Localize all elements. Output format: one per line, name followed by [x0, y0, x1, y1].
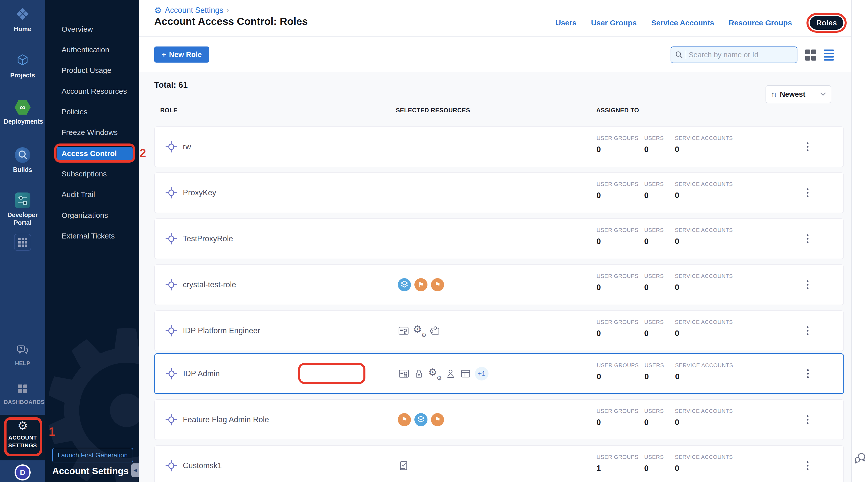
support-chat-icon[interactable]	[853, 451, 867, 465]
sidebar-item-home[interactable]: Home	[0, 6, 45, 33]
annotation-step-2: 2	[140, 146, 146, 160]
gears-icon: ⚙⚙	[413, 325, 426, 337]
service-accounts-count: 0	[675, 464, 679, 473]
table-row[interactable]: TestProxyRole USER GROUPS0 USERS0 SERVIC…	[154, 218, 844, 259]
list-view-toggle[interactable]	[824, 50, 835, 61]
sidebar-item-external-tickets[interactable]: External Tickets	[62, 229, 115, 243]
role-crosshair-icon	[165, 325, 177, 337]
user-groups-count: 0	[596, 145, 601, 154]
sidebar-item-subscriptions[interactable]: Subscriptions	[62, 167, 107, 181]
harness-logo-icon	[15, 6, 30, 22]
role-name: Customsk1	[183, 461, 222, 470]
roles-list-area: Total: 61 ↑↓ Newest ROLE SELECTED RESOUR…	[139, 72, 868, 482]
sidebar-item-dashboards[interactable]: DASHBOARDS	[0, 384, 45, 406]
table-row-selected[interactable]: IDP Admin ⚙⚙+1 USER GROUPS0 USERS0 SERVI…	[154, 353, 844, 394]
users-count: 0	[644, 283, 649, 292]
sidebar-item-account-settings[interactable]: ⚙ ACCOUNT SETTINGS	[0, 415, 45, 460]
user-groups-count: 0	[596, 329, 601, 338]
sidebar-item-freeze-windows[interactable]: Freeze Windows	[62, 125, 118, 140]
breadcrumb-account-settings-link[interactable]: Account Settings	[165, 6, 223, 15]
users-count: 0	[644, 191, 649, 200]
user-groups-count: 0	[596, 191, 601, 200]
table-row[interactable]: crystal-test-role ⚑⚑ USER GROUPS0 USERS0…	[154, 264, 844, 305]
grid-view-toggle[interactable]	[805, 50, 816, 61]
help-chat-icon: ?	[17, 345, 29, 356]
sidebar-item-overview[interactable]: Overview	[62, 22, 93, 36]
service-accounts-count: 0	[675, 418, 679, 427]
role-crosshair-icon	[165, 187, 177, 199]
rail-label-home: Home	[4, 25, 41, 33]
kebab-menu-icon[interactable]	[804, 232, 811, 246]
developer-portal-icon	[15, 192, 30, 208]
user-avatar[interactable]: D	[14, 464, 31, 481]
kebab-menu-icon[interactable]	[804, 459, 811, 473]
service-accounts-count: 0	[675, 191, 679, 200]
user-groups-count: 1	[596, 464, 601, 473]
certificate-icon	[398, 325, 409, 336]
annotation-ring-roles: Roles	[806, 13, 847, 33]
sort-dropdown[interactable]: ↑↓ Newest	[766, 85, 831, 103]
account-settings-gear-icon: ⚙	[154, 6, 162, 15]
sort-arrows-icon: ↑↓	[771, 90, 776, 98]
module-selector-button[interactable]	[0, 234, 45, 251]
flag-icon: ⚑	[431, 278, 444, 291]
kebab-menu-icon[interactable]	[804, 140, 811, 154]
table-row[interactable]: Customsk1 USER GROUPS1 USERS0 SERVICE AC…	[154, 445, 844, 482]
service-accounts-count: 0	[675, 283, 679, 292]
table-row[interactable]: ProxyKey USER GROUPS0 USERS0 SERVICE ACC…	[154, 172, 844, 213]
sidebar-item-access-control-active[interactable]: Access Control	[57, 147, 133, 160]
deployments-infinity-icon: ∞	[14, 100, 31, 115]
kebab-menu-icon[interactable]	[804, 367, 811, 381]
sidebar-item-help[interactable]: ? HELP	[0, 345, 45, 367]
sidebar-item-product-usage[interactable]: Product Usage	[62, 63, 111, 78]
sidebar-item-audit-trail[interactable]: Audit Trail	[62, 187, 95, 202]
sidebar-item-builds[interactable]: Builds	[0, 147, 45, 174]
flag-icon: ⚑	[431, 413, 444, 426]
role-crosshair-icon	[165, 460, 177, 472]
tab-roles-active[interactable]: Roles	[810, 16, 843, 30]
tab-service-accounts[interactable]: Service Accounts	[651, 19, 714, 27]
cube-icon	[16, 53, 30, 68]
search-input[interactable]	[689, 51, 793, 59]
column-header-resources: SELECTED RESOURCES	[396, 107, 470, 114]
sidebar-item-developer-portal[interactable]: Developer Portal	[0, 192, 45, 227]
rail-label-dashboards: DASHBOARDS	[4, 398, 41, 406]
users-count: 0	[644, 464, 649, 473]
builds-icon	[15, 147, 30, 163]
new-role-button[interactable]: + New Role	[154, 47, 209, 63]
tab-resource-groups[interactable]: Resource Groups	[729, 19, 792, 27]
sidebar-item-deployments[interactable]: ∞ Deployments	[0, 100, 45, 125]
page-title: Account Access Control: Roles	[154, 16, 308, 27]
role-crosshair-icon	[165, 414, 177, 426]
service-accounts-count: 0	[675, 237, 679, 246]
roles-toolbar: + New Role	[139, 37, 868, 72]
service-accounts-count: 0	[675, 329, 679, 338]
sidebar-item-policies[interactable]: Policies	[62, 105, 87, 119]
right-gutter	[851, 0, 868, 482]
kebab-menu-icon[interactable]	[804, 324, 811, 338]
kebab-menu-icon[interactable]	[804, 278, 811, 292]
tab-user-groups[interactable]: User Groups	[591, 19, 637, 27]
rail-label-builds: Builds	[4, 166, 41, 174]
role-name: IDP Platform Engineer	[183, 326, 260, 335]
sort-selected-value: Newest	[780, 90, 817, 98]
table-row[interactable]: Feature Flag Admin Role ⚑⚑ USER GROUPS0 …	[154, 399, 844, 440]
users-count: 0	[644, 237, 649, 246]
sidebar-title: Account Settings	[52, 466, 129, 477]
kebab-menu-icon[interactable]	[804, 186, 811, 200]
svg-text:?: ?	[20, 347, 22, 351]
role-crosshair-icon	[165, 141, 177, 153]
tab-users[interactable]: Users	[556, 19, 577, 27]
grid-icon	[14, 234, 31, 251]
sidebar-item-organizations[interactable]: Organizations	[62, 208, 108, 222]
checklist-icon	[398, 460, 409, 472]
kebab-menu-icon[interactable]	[804, 413, 811, 427]
sidebar-item-projects[interactable]: Projects	[0, 53, 45, 79]
sidebar-collapse-handle[interactable]: ◀	[131, 463, 139, 477]
sidebar-item-account-resources[interactable]: Account Resources	[62, 84, 127, 98]
table-row[interactable]: rw USER GROUPS0 USERS0 SERVICE ACCOUNTS0	[154, 126, 844, 167]
table-row[interactable]: IDP Platform Engineer ⚙⚙ USER GROUPS0 US…	[154, 310, 844, 351]
launch-first-generation-button[interactable]: Launch First Generation	[52, 448, 133, 462]
sidebar-item-authentication[interactable]: Authentication	[62, 43, 109, 57]
column-header-assigned: ASSIGNED TO	[596, 107, 639, 114]
